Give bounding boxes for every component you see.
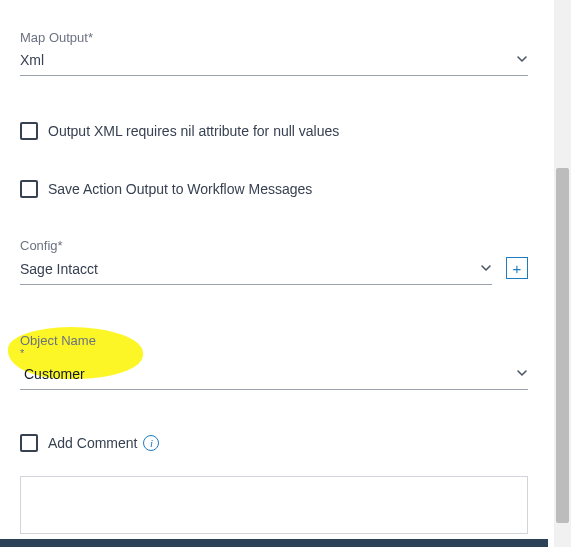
info-icon[interactable]: i: [143, 435, 159, 451]
chevron-down-icon: [480, 260, 492, 278]
object-name-select[interactable]: Customer: [20, 357, 528, 390]
save-action-checkbox[interactable]: Save Action Output to Workflow Messages: [20, 180, 528, 198]
object-name-value: Customer: [20, 366, 516, 382]
chevron-down-icon: [516, 365, 528, 383]
plus-icon: +: [513, 260, 522, 277]
required-asterisk: *: [20, 349, 528, 357]
save-action-label: Save Action Output to Workflow Messages: [48, 181, 312, 197]
map-output-value: Xml: [20, 52, 516, 68]
map-output-field: Map Output* Xml: [20, 30, 528, 76]
chevron-down-icon: [516, 51, 528, 69]
add-comment-label: Add Comment: [48, 435, 137, 451]
object-name-field: Object Name * Customer: [20, 331, 528, 390]
comment-textarea[interactable]: [20, 476, 528, 534]
nil-attribute-checkbox[interactable]: Output XML requires nil attribute for nu…: [20, 122, 528, 140]
nil-attribute-label: Output XML requires nil attribute for nu…: [48, 123, 339, 139]
add-config-button[interactable]: +: [506, 257, 528, 279]
object-name-label: Object Name: [20, 333, 96, 348]
bottom-bar: [0, 539, 548, 547]
add-comment-checkbox[interactable]: Add Comment i: [20, 434, 528, 452]
checkbox-icon: [20, 434, 38, 452]
config-field: Config* Sage Intacct +: [20, 238, 528, 285]
config-select[interactable]: Sage Intacct: [20, 258, 492, 285]
config-value: Sage Intacct: [20, 261, 480, 277]
checkbox-icon: [20, 122, 38, 140]
checkbox-icon: [20, 180, 38, 198]
map-output-label: Map Output*: [20, 30, 528, 45]
scrollbar-thumb[interactable]: [556, 168, 569, 523]
config-label: Config*: [20, 238, 528, 253]
map-output-select[interactable]: Xml: [20, 49, 528, 76]
scrollbar-track[interactable]: [554, 0, 571, 547]
